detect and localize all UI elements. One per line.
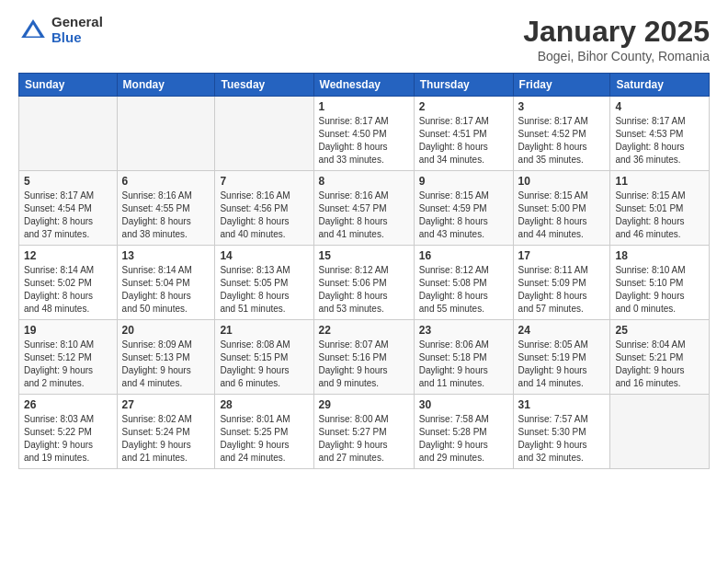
- header: General Blue January 2025 Bogei, Bihor C…: [18, 15, 710, 63]
- logo-text: General Blue: [51, 15, 103, 45]
- calendar-week-row: 1Sunrise: 8:17 AM Sunset: 4:50 PM Daylig…: [19, 97, 710, 171]
- day-number: 23: [419, 324, 508, 337]
- calendar-cell: 19Sunrise: 8:10 AM Sunset: 5:12 PM Dayli…: [19, 320, 118, 395]
- day-info: Sunrise: 8:04 AM Sunset: 5:21 PM Dayligh…: [615, 339, 704, 390]
- day-info: Sunrise: 8:16 AM Sunset: 4:57 PM Dayligh…: [319, 190, 409, 241]
- calendar-cell: [610, 395, 710, 469]
- day-number: 16: [419, 249, 508, 262]
- calendar-cell: 26Sunrise: 8:03 AM Sunset: 5:22 PM Dayli…: [19, 395, 118, 469]
- day-number: 30: [419, 398, 508, 411]
- calendar-cell: 21Sunrise: 8:08 AM Sunset: 5:15 PM Dayli…: [215, 320, 313, 395]
- day-number: 20: [122, 324, 210, 337]
- day-number: 14: [220, 249, 308, 262]
- logo-icon: [18, 16, 48, 45]
- day-number: 28: [220, 398, 308, 411]
- day-number: 21: [220, 324, 308, 337]
- page: General Blue January 2025 Bogei, Bihor C…: [0, 0, 728, 563]
- day-info: Sunrise: 8:11 AM Sunset: 5:09 PM Dayligh…: [518, 264, 606, 316]
- weekday-header: Wednesday: [313, 74, 414, 97]
- calendar-week-row: 5Sunrise: 8:17 AM Sunset: 4:54 PM Daylig…: [19, 171, 710, 246]
- weekday-header: Monday: [117, 74, 215, 97]
- day-number: 5: [24, 175, 112, 188]
- day-number: 24: [518, 324, 606, 337]
- title-location: Bogei, Bihor County, Romania: [523, 49, 710, 63]
- day-number: 13: [122, 249, 210, 262]
- day-info: Sunrise: 8:14 AM Sunset: 5:04 PM Dayligh…: [122, 264, 210, 316]
- calendar-table: SundayMondayTuesdayWednesdayThursdayFrid…: [18, 73, 710, 469]
- day-info: Sunrise: 8:16 AM Sunset: 4:56 PM Dayligh…: [220, 190, 308, 241]
- calendar-cell: [19, 97, 118, 171]
- calendar-cell: 30Sunrise: 7:58 AM Sunset: 5:28 PM Dayli…: [414, 395, 513, 469]
- day-info: Sunrise: 8:09 AM Sunset: 5:13 PM Dayligh…: [122, 339, 210, 390]
- calendar-cell: 23Sunrise: 8:06 AM Sunset: 5:18 PM Dayli…: [414, 320, 513, 395]
- calendar-cell: 3Sunrise: 8:17 AM Sunset: 4:52 PM Daylig…: [513, 97, 610, 171]
- calendar-cell: 24Sunrise: 8:05 AM Sunset: 5:19 PM Dayli…: [513, 320, 610, 395]
- weekday-header: Friday: [513, 74, 610, 97]
- day-info: Sunrise: 8:17 AM Sunset: 4:52 PM Dayligh…: [518, 115, 606, 167]
- day-number: 29: [319, 398, 409, 411]
- calendar-cell: 8Sunrise: 8:16 AM Sunset: 4:57 PM Daylig…: [313, 171, 414, 246]
- day-number: 15: [319, 249, 409, 262]
- calendar-cell: [117, 97, 215, 171]
- calendar-cell: 6Sunrise: 8:16 AM Sunset: 4:55 PM Daylig…: [117, 171, 215, 246]
- day-number: 11: [615, 175, 704, 188]
- day-info: Sunrise: 8:10 AM Sunset: 5:10 PM Dayligh…: [615, 264, 704, 316]
- calendar-header-row: SundayMondayTuesdayWednesdayThursdayFrid…: [19, 74, 710, 97]
- day-number: 26: [24, 398, 112, 411]
- calendar-cell: [215, 97, 313, 171]
- calendar-week-row: 19Sunrise: 8:10 AM Sunset: 5:12 PM Dayli…: [19, 320, 710, 395]
- day-number: 6: [122, 175, 210, 188]
- day-number: 8: [319, 175, 409, 188]
- calendar-cell: 31Sunrise: 7:57 AM Sunset: 5:30 PM Dayli…: [513, 395, 610, 469]
- day-number: 3: [518, 100, 606, 113]
- day-info: Sunrise: 8:17 AM Sunset: 4:54 PM Dayligh…: [24, 190, 112, 241]
- day-number: 18: [615, 249, 704, 262]
- calendar-cell: 18Sunrise: 8:10 AM Sunset: 5:10 PM Dayli…: [610, 246, 710, 320]
- calendar-cell: 16Sunrise: 8:12 AM Sunset: 5:08 PM Dayli…: [414, 246, 513, 320]
- day-info: Sunrise: 8:12 AM Sunset: 5:06 PM Dayligh…: [319, 264, 409, 316]
- calendar-cell: 27Sunrise: 8:02 AM Sunset: 5:24 PM Dayli…: [117, 395, 215, 469]
- day-number: 19: [24, 324, 112, 337]
- calendar-cell: 14Sunrise: 8:13 AM Sunset: 5:05 PM Dayli…: [215, 246, 313, 320]
- day-number: 10: [518, 175, 606, 188]
- calendar-cell: 7Sunrise: 8:16 AM Sunset: 4:56 PM Daylig…: [215, 171, 313, 246]
- weekday-header: Sunday: [19, 74, 118, 97]
- weekday-header: Saturday: [610, 74, 710, 97]
- calendar-cell: 15Sunrise: 8:12 AM Sunset: 5:06 PM Dayli…: [313, 246, 414, 320]
- calendar-cell: 5Sunrise: 8:17 AM Sunset: 4:54 PM Daylig…: [19, 171, 118, 246]
- day-number: 31: [518, 398, 606, 411]
- day-info: Sunrise: 8:00 AM Sunset: 5:27 PM Dayligh…: [319, 413, 409, 465]
- day-info: Sunrise: 8:07 AM Sunset: 5:16 PM Dayligh…: [319, 339, 409, 390]
- day-number: 7: [220, 175, 308, 188]
- calendar-cell: 12Sunrise: 8:14 AM Sunset: 5:02 PM Dayli…: [19, 246, 118, 320]
- day-info: Sunrise: 8:17 AM Sunset: 4:51 PM Dayligh…: [419, 115, 508, 167]
- calendar-cell: 22Sunrise: 8:07 AM Sunset: 5:16 PM Dayli…: [313, 320, 414, 395]
- day-number: 25: [615, 324, 704, 337]
- calendar-cell: 25Sunrise: 8:04 AM Sunset: 5:21 PM Dayli…: [610, 320, 710, 395]
- day-info: Sunrise: 8:05 AM Sunset: 5:19 PM Dayligh…: [518, 339, 606, 390]
- logo: General Blue: [18, 15, 103, 45]
- calendar-cell: 29Sunrise: 8:00 AM Sunset: 5:27 PM Dayli…: [313, 395, 414, 469]
- day-info: Sunrise: 8:06 AM Sunset: 5:18 PM Dayligh…: [419, 339, 508, 390]
- day-number: 12: [24, 249, 112, 262]
- day-info: Sunrise: 7:58 AM Sunset: 5:28 PM Dayligh…: [419, 413, 508, 465]
- day-number: 9: [419, 175, 508, 188]
- title-block: January 2025 Bogei, Bihor County, Romani…: [523, 15, 710, 63]
- calendar-week-row: 26Sunrise: 8:03 AM Sunset: 5:22 PM Dayli…: [19, 395, 710, 469]
- day-info: Sunrise: 8:16 AM Sunset: 4:55 PM Dayligh…: [122, 190, 210, 241]
- calendar-cell: 17Sunrise: 8:11 AM Sunset: 5:09 PM Dayli…: [513, 246, 610, 320]
- calendar-cell: 9Sunrise: 8:15 AM Sunset: 4:59 PM Daylig…: [414, 171, 513, 246]
- day-info: Sunrise: 8:03 AM Sunset: 5:22 PM Dayligh…: [24, 413, 112, 465]
- day-info: Sunrise: 8:15 AM Sunset: 5:01 PM Dayligh…: [615, 190, 704, 241]
- calendar-cell: 20Sunrise: 8:09 AM Sunset: 5:13 PM Dayli…: [117, 320, 215, 395]
- calendar-week-row: 12Sunrise: 8:14 AM Sunset: 5:02 PM Dayli…: [19, 246, 710, 320]
- logo-general-text: General: [51, 15, 103, 30]
- day-info: Sunrise: 8:01 AM Sunset: 5:25 PM Dayligh…: [220, 413, 308, 465]
- weekday-header: Tuesday: [215, 74, 313, 97]
- day-info: Sunrise: 8:14 AM Sunset: 5:02 PM Dayligh…: [24, 264, 112, 316]
- day-info: Sunrise: 8:02 AM Sunset: 5:24 PM Dayligh…: [122, 413, 210, 465]
- calendar-cell: 28Sunrise: 8:01 AM Sunset: 5:25 PM Dayli…: [215, 395, 313, 469]
- calendar-cell: 2Sunrise: 8:17 AM Sunset: 4:51 PM Daylig…: [414, 97, 513, 171]
- day-info: Sunrise: 8:17 AM Sunset: 4:50 PM Dayligh…: [319, 115, 409, 167]
- day-info: Sunrise: 8:17 AM Sunset: 4:53 PM Dayligh…: [615, 115, 704, 167]
